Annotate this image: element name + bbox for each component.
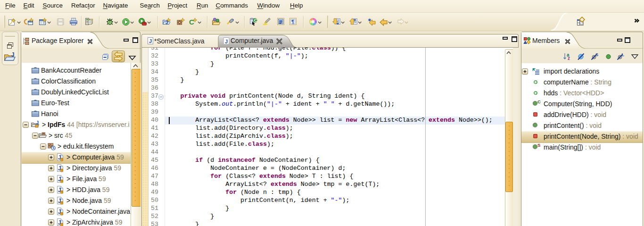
svg-text:J: J [149, 38, 152, 44]
svg-text:L: L [622, 52, 625, 57]
svg-text:¶: ¶ [291, 19, 294, 25]
svg-text:z: z [568, 56, 570, 61]
svg-text:S: S [595, 52, 598, 57]
svg-text:C: C [189, 18, 194, 26]
svg-text:J: J [11, 51, 15, 58]
svg-text:J: J [225, 39, 228, 44]
svg-text:C: C [254, 17, 257, 23]
